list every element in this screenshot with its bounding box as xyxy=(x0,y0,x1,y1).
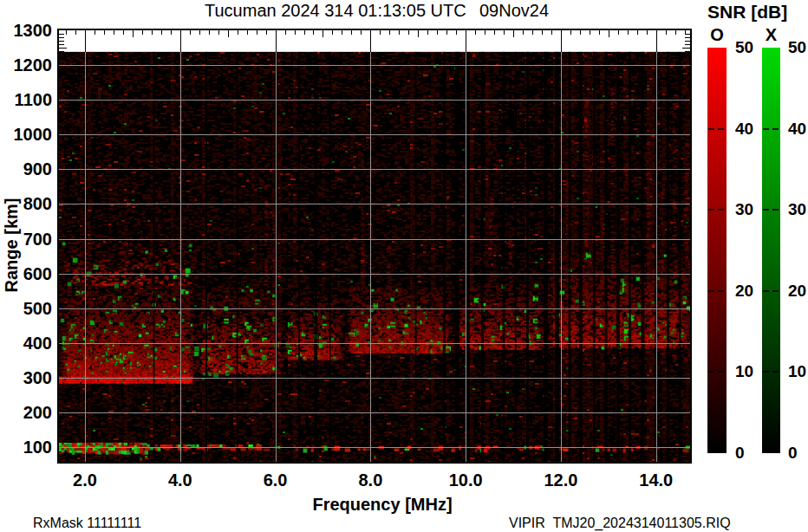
colorbar-gradient-O xyxy=(707,48,727,453)
y-tick-label: 1200 xyxy=(0,56,52,74)
colorbar-label-X: X xyxy=(766,25,777,45)
ionogram-heatmap-canvas xyxy=(59,30,690,462)
colorbar-tick-label: 50 xyxy=(735,39,753,56)
colorbar-tick-label: 10 xyxy=(788,363,806,380)
colorbar-label-O: O xyxy=(710,25,724,45)
colorbar-tick-label: 40 xyxy=(788,120,806,138)
colorbar-tick-mark xyxy=(708,128,714,130)
colorbar-tick-label: 0 xyxy=(788,444,798,462)
y-tick-label: 1100 xyxy=(0,91,52,108)
colorbar-tick-label: 30 xyxy=(735,201,753,218)
plot-title: Tucuman 2024 314 01:13:05 UTC xyxy=(205,1,466,21)
colorbar-tick-mark xyxy=(763,371,769,373)
colorbar-tick-label: 10 xyxy=(735,363,753,380)
y-tick-label: 100 xyxy=(0,438,52,456)
y-tick-label: 700 xyxy=(0,230,52,248)
y-tick-label: 300 xyxy=(0,369,52,386)
x-tick-label: 6.0 xyxy=(264,471,288,489)
colorbar-tick-mark xyxy=(772,128,779,130)
plot-date: 09Nov24 xyxy=(479,1,549,21)
colorbar-tick-label: 20 xyxy=(735,282,753,300)
colorbar-tick-mark xyxy=(708,290,714,292)
y-tick-label: 200 xyxy=(0,404,52,421)
y-tick-label: 900 xyxy=(0,160,52,178)
x-tick-label: 4.0 xyxy=(168,471,192,489)
y-tick-label: 1300 xyxy=(0,22,52,39)
rxmask-text: RxMask 11111111 xyxy=(33,516,141,531)
colorbar-tick-mark xyxy=(772,209,779,211)
colorbar-tick-mark xyxy=(708,371,714,373)
colorbar-tick-mark xyxy=(708,209,714,211)
x-axis-title: Frequency [MHz] xyxy=(312,495,452,515)
colorbar-tick-label: 50 xyxy=(788,39,806,56)
colorbar-tick-mark xyxy=(718,209,724,211)
colorbar-tick-mark xyxy=(718,128,724,130)
colorbar-tick-mark xyxy=(772,290,779,292)
y-tick-label: 500 xyxy=(0,300,52,317)
colorbar-title: SNR [dB] xyxy=(707,2,787,23)
x-tick-label: 2.0 xyxy=(73,471,97,489)
colorbar-tick-label: 20 xyxy=(788,282,806,300)
x-tick-label: 10.0 xyxy=(449,471,483,489)
y-tick-label: 600 xyxy=(0,265,52,282)
x-tick-label: 8.0 xyxy=(358,471,382,489)
colorbar-tick-mark xyxy=(718,290,724,292)
ionogram-screen: Tucuman 2024 314 01:13:05 UTC 09Nov24 Ra… xyxy=(0,0,808,532)
colorbar-tick-mark xyxy=(763,290,769,292)
x-tick-label: 14.0 xyxy=(639,471,673,489)
colorbar-tick-label: 30 xyxy=(788,201,806,218)
y-tick-label: 400 xyxy=(0,334,52,352)
x-tick-label: 12.0 xyxy=(544,471,577,489)
y-tick-label: 800 xyxy=(0,195,52,212)
y-tick-label: 1000 xyxy=(0,126,52,143)
colorbar-tick-mark xyxy=(718,371,724,373)
colorbar-tick-label: 40 xyxy=(735,120,753,138)
colorbar-tick-label: 0 xyxy=(735,444,745,462)
colorbar-tick-mark xyxy=(763,128,769,130)
colorbar-gradient-X xyxy=(762,48,780,453)
source-file-text: VIPIR TMJ20_2024314011305.RIQ xyxy=(509,516,731,531)
colorbar-tick-mark xyxy=(763,209,769,211)
plot-frame xyxy=(57,29,692,464)
colorbar-tick-mark xyxy=(772,371,779,373)
